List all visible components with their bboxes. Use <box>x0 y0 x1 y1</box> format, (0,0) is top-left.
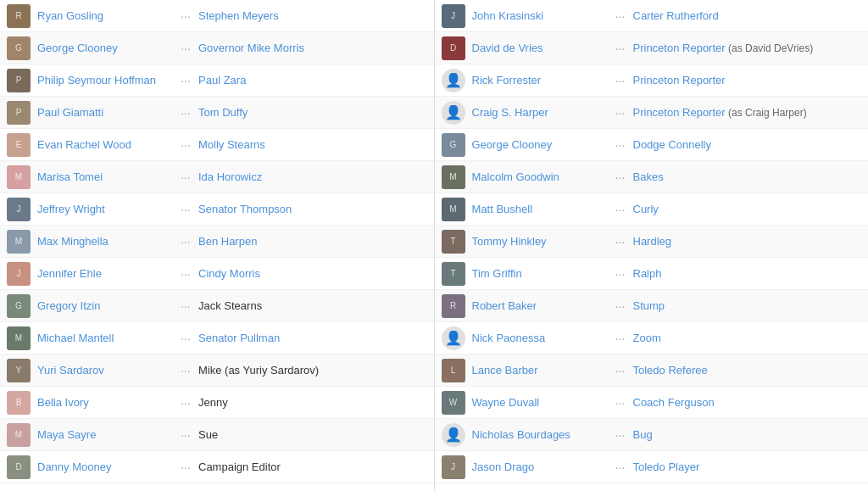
more-options-button[interactable]: ··· <box>173 396 198 410</box>
more-options-button[interactable]: ··· <box>173 332 198 345</box>
role-name: Stephen Meyers <box>198 9 427 22</box>
actor-name[interactable]: Nicholas Bourdages <box>472 428 608 441</box>
role-link[interactable]: Ralph <box>633 267 662 280</box>
role-link[interactable]: Stephen Meyers <box>198 9 279 22</box>
actor-name[interactable]: Tommy Hinkley <box>472 235 608 248</box>
actor-name[interactable]: Lance Barber <box>472 364 608 377</box>
more-options-button[interactable]: ··· <box>608 428 633 442</box>
actor-name[interactable]: Gregory Itzin <box>37 299 173 312</box>
actor-name[interactable]: Jennifer Ehle <box>37 267 173 280</box>
role-link[interactable]: Zoom <box>633 332 661 344</box>
role-name: Jack Stearns <box>198 299 427 312</box>
role-name: Curly <box>633 203 862 215</box>
actor-name[interactable]: Malcolm Goodwin <box>472 170 608 183</box>
avatar: M <box>7 165 31 189</box>
table-row: RRobert Baker···Stump <box>435 290 869 322</box>
role-name: Sue <box>198 428 427 441</box>
actor-name[interactable]: George Clooney <box>37 42 173 54</box>
actor-name[interactable]: Evan Rachel Wood <box>37 138 173 151</box>
actor-name[interactable]: Matt Bushell <box>472 203 608 215</box>
more-options-button[interactable]: ··· <box>173 203 198 216</box>
more-options-button[interactable]: ··· <box>608 42 633 55</box>
more-options-button[interactable]: ··· <box>173 267 198 281</box>
role-name: Ida Horowicz <box>198 170 427 183</box>
avatar: M <box>442 198 465 221</box>
role-link[interactable]: Senator Pullman <box>198 332 280 344</box>
actor-name[interactable]: Jeffrey Wright <box>37 203 173 215</box>
more-options-button[interactable]: ··· <box>608 299 633 313</box>
role-link[interactable]: Bakes <box>633 170 664 183</box>
more-options-button[interactable]: ··· <box>173 138 198 152</box>
role-link[interactable]: Stump <box>633 299 665 312</box>
role-link[interactable]: Princeton Reporter <box>633 74 726 86</box>
more-options-button[interactable]: ··· <box>608 170 633 184</box>
actor-name[interactable]: Ryan Gosling <box>37 9 173 22</box>
more-options-button[interactable]: ··· <box>173 428 198 442</box>
more-options-button[interactable]: ··· <box>173 460 198 474</box>
role-name: Senator Pullman <box>198 332 427 344</box>
actor-name[interactable]: Danny Mooney <box>37 460 173 473</box>
role-link[interactable]: Ida Horowicz <box>198 170 262 183</box>
actor-name[interactable]: Robert Baker <box>472 299 608 312</box>
role-link[interactable]: Governor Mike Morris <box>198 42 304 54</box>
actor-name[interactable]: Nick Paonessa <box>472 332 608 344</box>
more-options-button[interactable]: ··· <box>608 106 633 120</box>
actor-name[interactable]: Craig S. Harper <box>472 106 608 119</box>
role-link[interactable]: Princeton Reporter <box>633 106 726 119</box>
more-options-button[interactable]: ··· <box>173 42 198 55</box>
more-options-button[interactable]: ··· <box>173 235 198 248</box>
role-link[interactable]: Tom Duffy <box>198 106 248 119</box>
more-options-button[interactable]: ··· <box>173 299 198 313</box>
role-link[interactable]: Coach Ferguson <box>633 396 715 409</box>
role-link[interactable]: Dodge Connelly <box>633 138 712 151</box>
actor-name[interactable]: Yuri Sardarov <box>37 364 173 377</box>
role-link[interactable]: Cindy Morris <box>198 267 260 280</box>
actor-name[interactable]: Tim Griffin <box>472 267 608 280</box>
actor-name[interactable]: Bella Ivory <box>37 396 173 409</box>
role-link[interactable]: Ben Harpen <box>198 235 257 248</box>
more-options-button[interactable]: ··· <box>608 460 633 474</box>
actor-name[interactable]: Jason Drago <box>472 460 608 473</box>
actor-name[interactable]: Philip Seymour Hoffman <box>37 74 173 86</box>
role-link[interactable]: Princeton Reporter <box>633 42 726 54</box>
more-options-button[interactable]: ··· <box>608 235 633 248</box>
role-link[interactable]: Bug <box>633 428 653 441</box>
more-options-button[interactable]: ··· <box>608 396 633 410</box>
role-name: Toledo Player <box>633 460 862 473</box>
role-name: Carter Rutherford <box>633 9 862 22</box>
role-link[interactable]: Toledo Referee <box>633 364 708 377</box>
role-link[interactable]: Molly Stearns <box>198 138 265 151</box>
actor-name[interactable]: Paul Giamatti <box>37 106 173 119</box>
more-options-button[interactable]: ··· <box>608 203 633 216</box>
more-options-button[interactable]: ··· <box>608 364 633 377</box>
role-link[interactable]: Toledo Player <box>633 460 700 473</box>
actor-name[interactable]: Rick Forrester <box>472 74 608 86</box>
role-link[interactable]: Hardleg <box>633 235 672 248</box>
role-link[interactable]: Carter Rutherford <box>633 9 719 22</box>
more-options-button[interactable]: ··· <box>173 106 198 120</box>
more-options-button[interactable]: ··· <box>608 267 633 281</box>
more-options-button[interactable]: ··· <box>608 138 633 152</box>
more-options-button[interactable]: ··· <box>608 9 633 23</box>
more-options-button[interactable]: ··· <box>173 364 198 377</box>
actor-name[interactable]: Michael Mantell <box>37 332 173 344</box>
actor-name[interactable]: Max Minghella <box>37 235 173 248</box>
table-row: MMalcolm Goodwin···Bakes <box>435 161 869 193</box>
role-link[interactable]: Senator Thompson <box>198 203 292 215</box>
more-options-button[interactable]: ··· <box>608 74 633 87</box>
role-link[interactable]: Paul Zara <box>198 74 246 86</box>
role-extra: (as Craig Harper) <box>726 107 807 119</box>
actor-name[interactable]: David de Vries <box>472 42 608 54</box>
actor-name[interactable]: Marisa Tomei <box>37 170 173 183</box>
role-link[interactable]: Curly <box>633 203 659 215</box>
avatar-placeholder <box>442 69 465 92</box>
actor-name[interactable]: George Clooney <box>472 138 608 151</box>
actor-name[interactable]: John Krasinski <box>472 9 608 22</box>
avatar-placeholder <box>442 326 465 350</box>
more-options-button[interactable]: ··· <box>173 74 198 87</box>
more-options-button[interactable]: ··· <box>608 332 633 345</box>
actor-name[interactable]: Wayne Duvall <box>472 396 608 409</box>
actor-name[interactable]: Maya Sayre <box>37 428 173 441</box>
more-options-button[interactable]: ··· <box>173 170 198 184</box>
more-options-button[interactable]: ··· <box>173 9 198 23</box>
